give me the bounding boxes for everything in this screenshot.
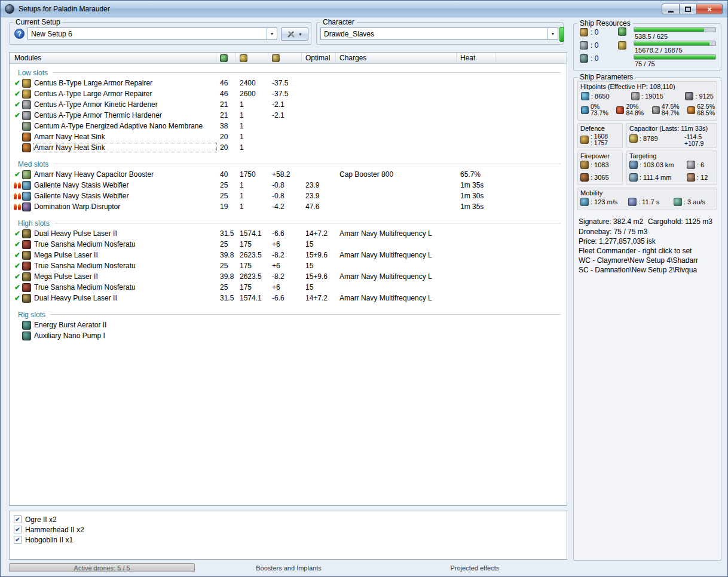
module-row[interactable]: ✔Centus B-Type Large Armor Repairer46240… [10, 78, 567, 88]
module-pg: 2400 [236, 79, 268, 87]
module-row[interactable]: Domination Warp Disruptor191-4.247.61m 3… [10, 201, 567, 212]
boosters-implants-header[interactable]: Boosters and Implants [196, 563, 381, 572]
module-row[interactable]: Energy Burst Aerator II [10, 320, 567, 330]
module-charges: Amarr Navy Multifrequency L [336, 272, 457, 281]
module-cpu: 25 [216, 283, 236, 291]
capacitor-column-icon[interactable] [272, 54, 280, 62]
module-active-icon: ✔ [13, 251, 22, 259]
section-divider [53, 72, 561, 73]
drone-row[interactable]: ✔Hammerhead II x2 [10, 524, 567, 535]
drone-checkbox[interactable]: ✔ [14, 526, 22, 533]
section-label: Low slots [10, 69, 48, 77]
module-row[interactable]: ✔Centus A-Type Armor Kinetic Hardener211… [10, 99, 567, 110]
drone-name: Ogre II x2 [25, 515, 57, 524]
character-select[interactable]: Drawde_Slaves ▼ [320, 27, 558, 40]
setup-select[interactable]: New Setup 6 ▼ [27, 27, 277, 40]
current-setup-label: Current Setup [13, 18, 63, 26]
module-row[interactable]: ✔Centus A-Type Large Armor Repairer46260… [10, 88, 567, 99]
titlebar[interactable]: Setups for Paladin Marauder × [1, 1, 727, 17]
module-optimal: 15 [302, 262, 336, 270]
module-row[interactable]: ✔Centus A-Type Armor Thermic Hardener211… [10, 110, 567, 121]
column-charges[interactable]: Charges [336, 53, 457, 63]
column-spacer [496, 53, 567, 63]
fleet-commander[interactable]: Fleet Commander - right click to set [579, 247, 692, 255]
hardener-module-icon [22, 100, 31, 109]
projected-effects-header[interactable]: Projected effects [383, 563, 567, 572]
check-icon: ✔ [14, 230, 20, 237]
max-velocity-icon [580, 198, 589, 206]
module-cap: +6 [268, 283, 302, 291]
module-row[interactable]: ✔Amarr Navy Heavy Capacitor Booster40175… [10, 169, 567, 180]
check-icon: ✔ [14, 112, 20, 119]
squad-commander[interactable]: SC - Damnation\New Setup 2\Rivqua [579, 266, 697, 274]
column-heat[interactable]: Heat [457, 53, 496, 63]
module-row[interactable]: ✔Mega Pulse Laser II39.82623.5-8.215+9.6… [10, 271, 567, 282]
minimize-button[interactable] [662, 4, 680, 14]
module-active-icon: ✔ [13, 79, 22, 87]
module-name: True Sansha Medium Nosferatu [34, 283, 216, 291]
drone-name: Hobgoblin II x1 [25, 536, 73, 544]
module-row[interactable]: Amarr Navy Heat Sink201 [10, 131, 567, 142]
module-row[interactable]: ✔Dual Heavy Pulse Laser II31.51574.1-6.6… [10, 293, 567, 303]
nosferatu-module-icon [22, 240, 31, 249]
modules-panel: Modules Optimal Charges Heat Low slots✔C… [9, 52, 567, 506]
nosferatu-module-icon [22, 283, 31, 292]
kinetic-resist-icon [652, 106, 660, 114]
module-cap: -6.6 [268, 229, 302, 238]
drone-name: Hammerhead II x2 [25, 526, 84, 534]
module-row[interactable]: ✔True Sansha Medium Nosferatu25175+615 [10, 239, 567, 250]
capacitor-box: Capacitor (Lasts: 11m 33s) : 8789 -114.5… [626, 123, 717, 148]
module-overheat-icon [13, 182, 22, 189]
close-button[interactable]: × [697, 4, 723, 14]
section-label: High slots [10, 219, 50, 228]
module-pg: 1574.1 [236, 294, 268, 302]
module-row[interactable]: Amarr Navy Heat Sink201 [10, 142, 567, 153]
align-time: : 11.7 s [638, 198, 659, 205]
drone-checkbox[interactable]: ✔ [14, 515, 22, 523]
boosters-implants-label: Boosters and Implants [256, 564, 321, 572]
module-row[interactable]: ✔Mega Pulse Laser II39.82623.5-8.215+9.6… [10, 250, 567, 260]
section-divider [54, 223, 561, 223]
ship-resources-title: Ship Resources [577, 19, 633, 27]
laser-module-icon [22, 251, 31, 260]
module-row[interactable]: Auxiliary Nano Pump I [10, 330, 567, 341]
module-row[interactable]: ✔Dual Heavy Pulse Laser II31.51574.1-6.6… [10, 228, 567, 239]
scan-resolution-icon [629, 173, 638, 182]
capacitor-title: Capacitor (Lasts: 11m 33s) [627, 124, 717, 132]
column-modules[interactable]: Modules [10, 53, 216, 63]
active-drones-header[interactable]: Active drones: 5 / 5 [9, 563, 195, 572]
module-row[interactable]: ✔True Sansha Medium Nosferatu25175+615 [10, 260, 567, 271]
mobility-title: Mobility [578, 188, 717, 197]
module-name: Centus B-Type Large Armor Repairer [34, 79, 216, 87]
help-icon[interactable]: ? [14, 29, 25, 39]
rig-slots: : 0 [580, 54, 598, 63]
module-cpu: 20 [216, 143, 236, 152]
section-divider [50, 314, 561, 315]
column-optimal[interactable]: Optimal [302, 53, 336, 63]
chevron-down-icon[interactable]: ▼ [267, 28, 277, 39]
em-resist-icon [581, 106, 589, 114]
chevron-down-icon[interactable]: ▼ [547, 28, 558, 39]
max-targets: : 6 [697, 161, 704, 168]
drone-checkbox[interactable]: ✔ [14, 536, 22, 544]
module-row[interactable]: Gallente Navy Stasis Webifier251-0.823.9… [10, 180, 567, 191]
tools-button[interactable]: ▼ [281, 27, 308, 41]
cpu-usage: 538.5 / 625 [635, 33, 668, 40]
wing-commander[interactable]: WC - Claymore\New Setup 4\Shadarr [579, 256, 698, 265]
flame-icon [18, 193, 22, 200]
drone-row[interactable]: ✔Ogre II x2 [10, 514, 567, 524]
module-row[interactable]: Gallente Navy Stasis Webifier251-0.823.9… [10, 191, 567, 201]
powergrid-icon [618, 41, 626, 50]
repairer-module-icon [22, 90, 31, 99]
align-time-icon [628, 198, 637, 206]
current-setup-group: Current Setup ? New Setup 6 ▼ ▼ [9, 22, 311, 45]
module-row[interactable]: Centum A-Type Energized Adaptive Nano Me… [10, 121, 567, 131]
module-active-icon: ✔ [13, 273, 22, 280]
ship-parameters-panel: Ship Parameters Hitpoints (Effective HP:… [573, 77, 721, 561]
module-row[interactable]: ✔True Sansha Medium Nosferatu25175+615 [10, 282, 567, 293]
maximize-button[interactable] [680, 4, 697, 14]
powergrid-column-icon[interactable] [240, 54, 247, 62]
module-name: Auxiliary Nano Pump I [34, 332, 216, 340]
cpu-column-icon[interactable] [220, 54, 228, 62]
drone-row[interactable]: ✔Hobgoblin II x1 [10, 535, 567, 545]
